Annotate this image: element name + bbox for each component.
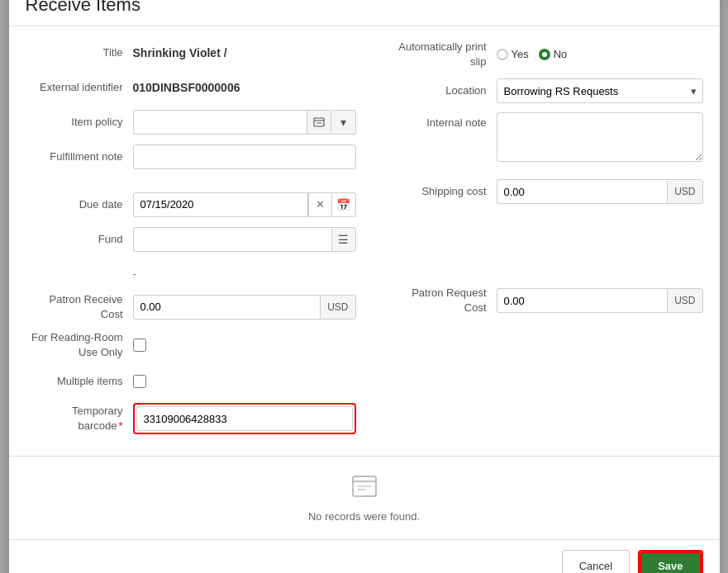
dash-text: - xyxy=(133,268,136,280)
internal-note-input[interactable] xyxy=(497,112,703,162)
save-button[interactable]: Save xyxy=(640,552,701,573)
fund-icon-btn[interactable]: ☰ xyxy=(331,227,356,252)
fulfillment-note-row: Fulfillment note xyxy=(26,144,356,170)
page-title: Receive Items xyxy=(26,0,703,16)
due-date-row: Due date ✕ 📅 xyxy=(26,192,356,218)
auto-print-no-option[interactable]: No xyxy=(539,48,568,60)
right-column: Automatically print slip Yes No xyxy=(364,40,703,443)
external-id-row: External identifier 010DINBSF0000006 xyxy=(26,74,356,101)
patron-receive-cost-currency: USD xyxy=(320,295,355,320)
multiple-items-checkbox[interactable] xyxy=(133,375,146,388)
patron-request-cost-row: Patron Request Cost USD xyxy=(389,286,703,315)
shipping-cost-currency: USD xyxy=(667,179,702,204)
patron-receive-cost-wrapper: USD xyxy=(133,295,356,320)
no-records-text: No records were found. xyxy=(26,510,703,523)
auto-print-label: Automatically print slip xyxy=(389,40,497,69)
auto-print-radio-group: Yes No xyxy=(497,48,568,60)
location-select-wrapper: Borrowing RS Requests ▾ xyxy=(497,78,703,103)
multiple-items-label: Multiple items xyxy=(26,374,133,389)
due-date-input[interactable] xyxy=(133,192,308,217)
multiple-items-row: Multiple items xyxy=(26,368,356,395)
shipping-cost-wrapper: USD xyxy=(497,179,703,204)
modal-header: Receive Items xyxy=(9,0,720,26)
internal-note-label: Internal note xyxy=(389,112,497,130)
fulfillment-note-input[interactable] xyxy=(133,144,356,169)
left-column: Title Shrinking Violet / External identi… xyxy=(26,40,364,443)
temp-barcode-input[interactable] xyxy=(136,406,353,431)
patron-receive-cost-label: Patron Receive Cost xyxy=(26,292,133,322)
item-policy-label: Item policy xyxy=(26,115,133,130)
internal-note-row: Internal note xyxy=(389,112,703,162)
patron-request-cost-currency: USD xyxy=(667,288,702,313)
due-date-calendar-btn[interactable]: 📅 xyxy=(331,192,356,217)
due-date-label: Due date xyxy=(26,197,133,212)
dash-row: - xyxy=(26,261,356,287)
yes-label: Yes xyxy=(512,48,529,60)
fund-input-wrapper: ☰ xyxy=(133,227,356,252)
modal-body: Title Shrinking Violet / External identi… xyxy=(9,26,720,457)
shipping-cost-label: Shipping cost xyxy=(389,184,497,199)
temp-barcode-highlight-wrapper xyxy=(133,403,356,434)
item-policy-input-wrapper: ▾ xyxy=(133,110,356,135)
modal-footer: Cancel Save xyxy=(9,539,720,573)
auto-print-yes-option[interactable]: Yes xyxy=(497,48,529,60)
auto-print-yes-radio[interactable] xyxy=(497,49,508,60)
auto-print-row: Automatically print slip Yes No xyxy=(389,40,703,69)
title-value: Shrinking Violet / xyxy=(133,46,227,59)
no-label: No xyxy=(554,48,568,60)
temp-barcode-row: Temporary barcode* xyxy=(26,403,356,434)
location-label: Location xyxy=(389,83,497,98)
item-policy-dropdown-btn[interactable]: ▾ xyxy=(331,110,356,135)
for-reading-room-checkbox[interactable] xyxy=(133,339,146,352)
no-records-section: No records were found. xyxy=(9,456,720,539)
fulfillment-note-label: Fulfillment note xyxy=(26,149,133,164)
fund-input[interactable] xyxy=(133,227,331,252)
external-id-label: External identifier xyxy=(26,80,133,95)
patron-receive-cost-row: Patron Receive Cost USD xyxy=(26,292,356,322)
item-policy-input[interactable] xyxy=(133,110,307,135)
external-id-value: 010DINBSF0000006 xyxy=(133,81,240,94)
item-policy-row: Item policy ▾ xyxy=(26,109,356,135)
cancel-button[interactable]: Cancel xyxy=(562,550,630,573)
fund-label: Fund xyxy=(26,232,133,247)
save-button-highlight: Save xyxy=(638,550,702,573)
title-label: Title xyxy=(26,45,133,60)
shipping-cost-row: Shipping cost USD xyxy=(389,178,703,205)
item-policy-icon-btn[interactable] xyxy=(307,110,331,135)
title-row: Title Shrinking Violet / xyxy=(26,40,356,66)
patron-request-cost-wrapper: USD xyxy=(497,288,703,313)
for-reading-room-label: For Reading-Room Use Only xyxy=(26,330,133,360)
auto-print-no-radio[interactable] xyxy=(539,49,550,60)
due-date-input-wrapper: ✕ 📅 xyxy=(133,192,356,217)
patron-receive-cost-input[interactable] xyxy=(133,295,321,320)
temp-barcode-label: Temporary barcode* xyxy=(26,404,133,433)
patron-request-cost-input[interactable] xyxy=(497,288,668,313)
svg-rect-0 xyxy=(314,118,324,126)
location-row: Location Borrowing RS Requests ▾ xyxy=(389,78,703,104)
no-records-icon xyxy=(26,473,703,505)
for-reading-room-row: For Reading-Room Use Only xyxy=(26,330,356,360)
patron-request-cost-label: Patron Request Cost xyxy=(389,286,497,315)
due-date-clear-btn[interactable]: ✕ xyxy=(308,192,331,217)
location-select[interactable]: Borrowing RS Requests xyxy=(497,78,703,103)
fund-row: Fund ☰ xyxy=(26,226,356,253)
shipping-cost-input[interactable] xyxy=(497,179,668,204)
